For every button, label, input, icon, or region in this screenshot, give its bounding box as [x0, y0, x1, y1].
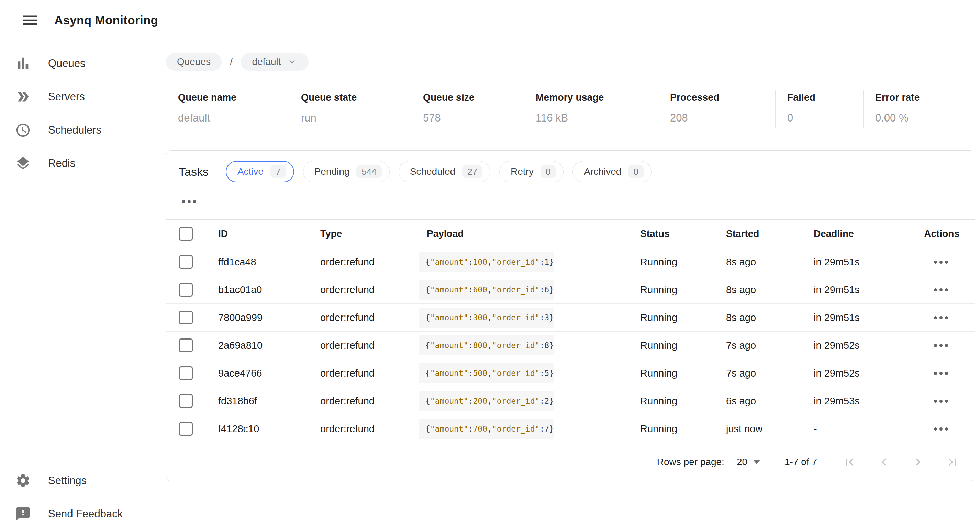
sidebar-item-schedulers[interactable]: Schedulers	[0, 113, 166, 147]
sidebar-item-servers[interactable]: Servers	[0, 80, 166, 113]
previous-page-icon[interactable]	[877, 455, 891, 469]
task-payload-cell: {"amount":100,"order_id":1}	[417, 257, 633, 266]
main-content: Queues / default Queue name default Queu…	[166, 41, 975, 481]
tab-active[interactable]: Active 7	[226, 161, 294, 182]
tab-retry[interactable]: Retry 0	[499, 161, 563, 182]
breadcrumb-queue-selector[interactable]: default	[241, 53, 308, 71]
sidebar-item-redis[interactable]: Redis	[0, 147, 166, 180]
tab-archived[interactable]: Archived 0	[573, 161, 651, 182]
rows-per-page-label: Rows per page:	[657, 457, 724, 468]
task-id-cell: b1ac01a0	[207, 284, 309, 296]
column-header-started: Started	[719, 228, 806, 239]
tab-count-badge: 0	[628, 165, 643, 178]
breadcrumb-root-label: Queues	[177, 56, 211, 67]
app-title: Asynq Monitoring	[54, 13, 158, 27]
stat-label: Error rate	[875, 92, 975, 103]
task-deadline-cell: in 29m51s	[806, 284, 911, 296]
stat-value: 0.00 %	[875, 112, 975, 124]
row-actions-more-icon[interactable]	[932, 258, 950, 266]
row-checkbox[interactable]	[179, 283, 193, 297]
dropdown-arrow-icon	[753, 460, 760, 464]
breadcrumb-current-label: default	[252, 56, 281, 67]
app-bar: Asynq Monitoring	[0, 0, 980, 41]
task-deadline-cell: in 29m52s	[806, 368, 911, 379]
stat-label: Queue state	[301, 92, 411, 103]
bar-chart-icon	[15, 55, 31, 71]
breadcrumb: Queues / default	[166, 53, 975, 71]
sidebar-item-send-feedback[interactable]: Send Feedback	[0, 497, 166, 528]
task-status-cell: Running	[633, 257, 719, 268]
tasks-table: ID Type Payload Status Started Deadline …	[166, 219, 975, 443]
first-page-icon[interactable]	[843, 455, 856, 469]
sidebar-item-label: Redis	[48, 157, 75, 170]
stat-queue-size: Queue size 578	[411, 90, 524, 128]
row-actions-more-icon[interactable]	[932, 425, 950, 433]
task-deadline-cell: in 29m52s	[806, 340, 911, 351]
task-started-cell: 8s ago	[719, 312, 806, 323]
task-payload-cell: {"amount":800,"order_id":8}	[417, 341, 633, 350]
row-actions-more-icon[interactable]	[932, 314, 950, 321]
tab-count-badge: 0	[541, 165, 556, 178]
tab-scheduled[interactable]: Scheduled 27	[399, 161, 490, 182]
stat-value: 208	[670, 112, 775, 124]
task-type-cell: order:refund	[309, 284, 417, 296]
column-header-type: Type	[309, 228, 417, 239]
tab-label: Archived	[584, 166, 621, 177]
sidebar: Queues Servers Schedulers Redis	[0, 41, 166, 180]
row-actions-more-icon[interactable]	[932, 370, 950, 377]
task-started-cell: 8s ago	[719, 257, 806, 268]
sidebar-item-label: Send Feedback	[48, 508, 123, 520]
stat-label: Memory usage	[536, 92, 658, 103]
task-payload-cell: {"amount":500,"order_id":5}	[417, 369, 633, 377]
task-status-cell: Running	[633, 368, 719, 379]
tab-label: Retry	[511, 166, 534, 177]
sidebar-item-label: Queues	[48, 57, 86, 70]
stat-processed: Processed 208	[658, 90, 775, 128]
task-status-cell: Running	[633, 395, 719, 407]
task-payload-code: {"amount":600,"order_id":6}	[419, 280, 554, 300]
pagination-range: 1-7 of 7	[784, 457, 817, 468]
row-checkbox[interactable]	[179, 338, 193, 352]
next-page-icon[interactable]	[911, 455, 925, 469]
select-all-checkbox[interactable]	[179, 227, 193, 241]
hamburger-menu-icon[interactable]	[20, 10, 41, 30]
sidebar-item-label: Schedulers	[48, 124, 101, 136]
column-header-actions: Actions	[911, 228, 975, 239]
rows-per-page-select[interactable]: 20	[737, 457, 760, 468]
breadcrumb-queues-chip[interactable]: Queues	[166, 53, 222, 71]
task-id-cell: 2a69a810	[207, 340, 309, 351]
row-actions-more-icon[interactable]	[932, 398, 950, 405]
table-row: 9ace4766 order:refund {"amount":500,"ord…	[166, 360, 975, 387]
task-deadline-cell: in 29m51s	[806, 312, 911, 323]
sidebar-item-queues[interactable]: Queues	[0, 47, 166, 80]
row-checkbox[interactable]	[179, 394, 193, 408]
more-horiz-icon[interactable]	[180, 198, 198, 205]
row-actions-more-icon[interactable]	[932, 286, 950, 293]
task-id-cell: fd318b6f	[207, 395, 309, 407]
gear-icon	[15, 473, 31, 488]
tab-pending[interactable]: Pending 544	[303, 161, 390, 182]
task-started-cell: just now	[719, 423, 806, 434]
sidebar-item-settings[interactable]: Settings	[0, 464, 166, 497]
row-checkbox[interactable]	[179, 422, 193, 436]
task-id-cell: 9ace4766	[207, 368, 309, 379]
stat-memory-usage: Memory usage 116 kB	[524, 90, 658, 128]
tab-label: Pending	[314, 166, 350, 177]
column-header-payload: Payload	[417, 228, 633, 239]
stat-label: Queue name	[178, 92, 289, 103]
task-type-cell: order:refund	[309, 312, 417, 323]
table-row: 2a69a810 order:refund {"amount":800,"ord…	[166, 331, 975, 360]
row-checkbox[interactable]	[179, 255, 193, 269]
last-page-icon[interactable]	[946, 455, 959, 469]
row-actions-more-icon[interactable]	[932, 342, 950, 349]
chevron-down-icon	[286, 56, 298, 67]
row-checkbox[interactable]	[179, 366, 193, 380]
task-id-cell: 7800a999	[207, 312, 309, 323]
task-payload-code: {"amount":300,"order_id":3}	[419, 308, 554, 328]
row-checkbox[interactable]	[179, 311, 193, 324]
task-payload-cell: {"amount":200,"order_id":2}	[417, 396, 633, 406]
tasks-card-header: Tasks Active 7 Pending 544 Scheduled 27 …	[166, 151, 975, 182]
rows-per-page-value: 20	[737, 457, 748, 468]
feedback-icon	[15, 506, 31, 522]
pagination-buttons	[843, 455, 959, 469]
